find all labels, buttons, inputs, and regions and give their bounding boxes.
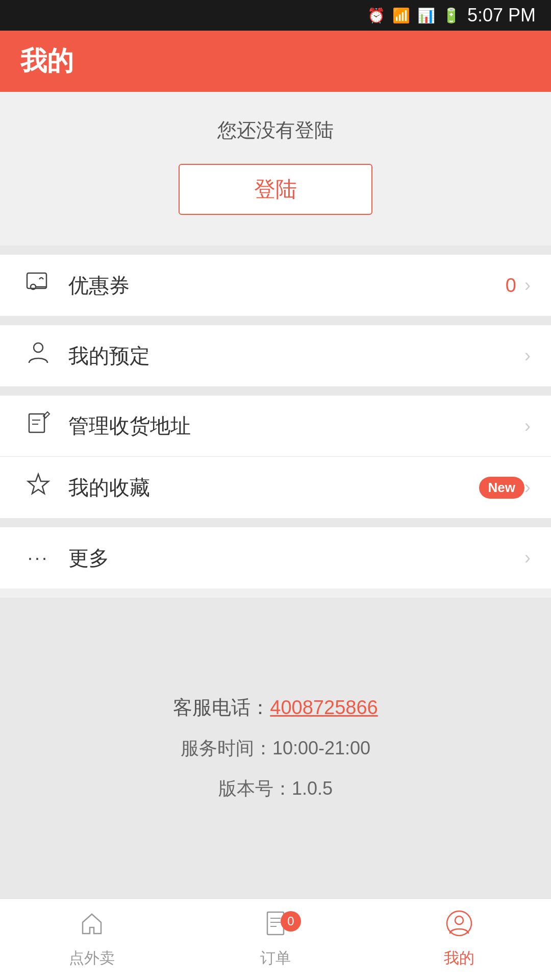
bottom-nav: 点外卖 0 订单 我的 [0, 898, 551, 980]
signal-icon: 📊 [417, 7, 435, 24]
address-label: 管理收货地址 [68, 412, 524, 440]
svg-rect-0 [27, 273, 46, 288]
footer-info: 客服电话：4008725866 服务时间：10:00-21:00 版本号：1.0… [0, 598, 551, 898]
alarm-icon: ⏰ [367, 7, 385, 24]
nav-item-home[interactable]: 点外卖 [0, 910, 184, 969]
page-title: 我的 [20, 43, 73, 79]
status-bar: ⏰ 📶 📊 🔋 5:07 PM [0, 0, 551, 31]
nav-item-profile[interactable]: 我的 [367, 910, 551, 969]
favorites-label: 我的收藏 [68, 474, 469, 502]
more-chevron-icon: › [524, 547, 531, 569]
header: 我的 [0, 31, 551, 92]
menu-item-booking[interactable]: 我的预定 › [0, 325, 551, 386]
nav-item-order[interactable]: 0 订单 [184, 910, 367, 969]
coupon-chevron-icon: › [524, 275, 531, 296]
battery-icon: 🔋 [442, 7, 460, 24]
home-label: 点外卖 [69, 948, 115, 969]
new-badge: New [479, 477, 524, 499]
section-divider-2 [0, 316, 551, 325]
booking-icon [20, 339, 56, 372]
phone-label: 客服电话： [173, 697, 270, 718]
status-icons: ⏰ 📶 📊 🔋 5:07 PM [367, 5, 536, 26]
login-button[interactable]: 登陆 [179, 164, 372, 215]
booking-chevron-icon: › [524, 345, 531, 366]
menu-item-coupon[interactable]: 优惠券 0 › [0, 255, 551, 316]
version-label: 版本号：1.0.5 [218, 776, 333, 801]
order-label: 订单 [260, 948, 291, 969]
service-time: 服务时间：10:00-21:00 [181, 736, 370, 761]
favorites-chevron-icon: › [524, 477, 531, 498]
coupon-section: 优惠券 0 › [0, 255, 551, 316]
section-divider-1 [0, 246, 551, 255]
status-time: 5:07 PM [467, 5, 536, 26]
favorites-icon [20, 471, 56, 504]
booking-section: 我的预定 › [0, 325, 551, 386]
menu-item-address[interactable]: 管理收货地址 › [0, 396, 551, 457]
menu-item-favorites[interactable]: 我的收藏 New › [0, 457, 551, 518]
coupon-badge: 0 [506, 275, 516, 297]
booking-label: 我的预定 [68, 342, 524, 370]
menu-item-more[interactable]: ··· 更多 › [0, 527, 551, 589]
wifi-icon: 📶 [392, 7, 410, 24]
address-icon [20, 410, 56, 443]
phone-row: 客服电话：4008725866 [173, 695, 378, 721]
login-section: 您还没有登陆 登陆 [0, 92, 551, 246]
coupon-label: 优惠券 [68, 272, 506, 300]
login-prompt: 您还没有登陆 [217, 117, 334, 143]
more-section: ··· 更多 › [0, 527, 551, 589]
svg-rect-4 [29, 414, 44, 432]
profile-icon [446, 910, 472, 943]
profile-label: 我的 [444, 948, 474, 969]
section-divider-3 [0, 386, 551, 396]
svg-marker-7 [28, 474, 48, 494]
address-fav-section: 管理收货地址 › 我的收藏 New › [0, 396, 551, 518]
svg-point-3 [34, 343, 43, 352]
coupon-icon [20, 269, 56, 302]
section-divider-4 [0, 518, 551, 527]
svg-point-13 [455, 916, 463, 924]
address-chevron-icon: › [524, 415, 531, 437]
more-icon: ··· [20, 547, 56, 569]
home-icon [79, 910, 105, 943]
order-badge: 0 [281, 911, 301, 932]
more-label: 更多 [68, 544, 524, 572]
phone-number[interactable]: 4008725866 [270, 697, 378, 718]
